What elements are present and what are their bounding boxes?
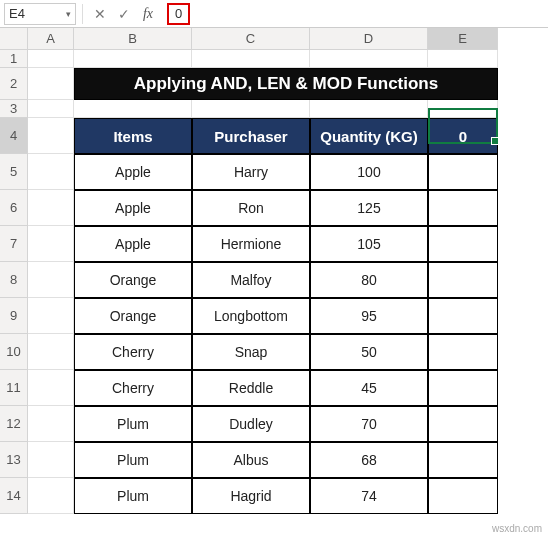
cell-D11[interactable]: 45 bbox=[310, 370, 428, 406]
cell-B13[interactable]: Plum bbox=[74, 442, 192, 478]
cell-B12[interactable]: Plum bbox=[74, 406, 192, 442]
cell-A12[interactable] bbox=[28, 406, 74, 442]
cell-A9[interactable] bbox=[28, 298, 74, 334]
formula-highlight: 0 bbox=[167, 3, 190, 25]
title-text: Applying AND, LEN & MOD Functions bbox=[134, 74, 438, 94]
title-cell[interactable]: Applying AND, LEN & MOD Functions bbox=[74, 68, 498, 100]
row-header-2[interactable]: 2 bbox=[0, 68, 28, 100]
formula-input-wrap[interactable]: 0 bbox=[167, 3, 190, 25]
name-box[interactable]: E4 ▾ bbox=[4, 3, 76, 25]
cell-E7[interactable] bbox=[428, 226, 498, 262]
cell-E8[interactable] bbox=[428, 262, 498, 298]
cell-E12[interactable] bbox=[428, 406, 498, 442]
cell-A2[interactable] bbox=[28, 68, 74, 100]
cell-D6[interactable]: 125 bbox=[310, 190, 428, 226]
cell-A6[interactable] bbox=[28, 190, 74, 226]
cell-D9[interactable]: 95 bbox=[310, 298, 428, 334]
cell-A10[interactable] bbox=[28, 334, 74, 370]
cell-A7[interactable] bbox=[28, 226, 74, 262]
cell-C8[interactable]: Malfoy bbox=[192, 262, 310, 298]
cell-A5[interactable] bbox=[28, 154, 74, 190]
cell-B7[interactable]: Apple bbox=[74, 226, 192, 262]
cell-A11[interactable] bbox=[28, 370, 74, 406]
cell-C7[interactable]: Hermione bbox=[192, 226, 310, 262]
cell-D5[interactable]: 100 bbox=[310, 154, 428, 190]
cell-C5[interactable]: Harry bbox=[192, 154, 310, 190]
cell-C12[interactable]: Dudley bbox=[192, 406, 310, 442]
row-header-8[interactable]: 8 bbox=[0, 262, 28, 298]
cell-E14[interactable] bbox=[428, 478, 498, 514]
cell-C10[interactable]: Snap bbox=[192, 334, 310, 370]
cell-D8[interactable]: 80 bbox=[310, 262, 428, 298]
cell-D14[interactable]: 74 bbox=[310, 478, 428, 514]
cell-value: 68 bbox=[361, 452, 377, 468]
cell-E11[interactable] bbox=[428, 370, 498, 406]
cell-A3[interactable] bbox=[28, 100, 74, 118]
row-header-1[interactable]: 1 bbox=[0, 50, 28, 68]
col-header-D[interactable]: D bbox=[310, 28, 428, 50]
cell-D12[interactable]: 70 bbox=[310, 406, 428, 442]
row-header-13[interactable]: 13 bbox=[0, 442, 28, 478]
cell-B9[interactable]: Orange bbox=[74, 298, 192, 334]
cell-A13[interactable] bbox=[28, 442, 74, 478]
fx-icon[interactable]: fx bbox=[137, 3, 159, 25]
row-header-14[interactable]: 14 bbox=[0, 478, 28, 514]
header-quantity[interactable]: Quantity (KG) bbox=[310, 118, 428, 154]
cell-D1[interactable] bbox=[310, 50, 428, 68]
cell-D3[interactable] bbox=[310, 100, 428, 118]
cell-B8[interactable]: Orange bbox=[74, 262, 192, 298]
cell-E3[interactable] bbox=[428, 100, 498, 118]
cell-E13[interactable] bbox=[428, 442, 498, 478]
row-header-9[interactable]: 9 bbox=[0, 298, 28, 334]
cell-C11[interactable]: Reddle bbox=[192, 370, 310, 406]
cancel-icon[interactable]: ✕ bbox=[89, 3, 111, 25]
cell-E6[interactable] bbox=[428, 190, 498, 226]
cell-B11[interactable]: Cherry bbox=[74, 370, 192, 406]
cell-A4[interactable] bbox=[28, 118, 74, 154]
row-header-6[interactable]: 6 bbox=[0, 190, 28, 226]
cell-C1[interactable] bbox=[192, 50, 310, 68]
cell-B10[interactable]: Cherry bbox=[74, 334, 192, 370]
check-icon[interactable]: ✓ bbox=[113, 3, 135, 25]
cell-C9[interactable]: Longbottom bbox=[192, 298, 310, 334]
row-header-7[interactable]: 7 bbox=[0, 226, 28, 262]
cell-C13[interactable]: Albus bbox=[192, 442, 310, 478]
cell-value: 74 bbox=[361, 488, 377, 504]
cell-B3[interactable] bbox=[74, 100, 192, 118]
chevron-down-icon[interactable]: ▾ bbox=[66, 9, 71, 19]
cell-A8[interactable] bbox=[28, 262, 74, 298]
col-header-E[interactable]: E bbox=[428, 28, 498, 50]
cell-E1[interactable] bbox=[428, 50, 498, 68]
row-header-12[interactable]: 12 bbox=[0, 406, 28, 442]
cell-D7[interactable]: 105 bbox=[310, 226, 428, 262]
row-header-4[interactable]: 4 bbox=[0, 118, 28, 154]
row-header-11[interactable]: 11 bbox=[0, 370, 28, 406]
col-header-C[interactable]: C bbox=[192, 28, 310, 50]
cell-E9[interactable] bbox=[428, 298, 498, 334]
cell-value: 95 bbox=[361, 308, 377, 324]
col-header-A[interactable]: A bbox=[28, 28, 74, 50]
cell-D10[interactable]: 50 bbox=[310, 334, 428, 370]
header-purchaser[interactable]: Purchaser bbox=[192, 118, 310, 154]
row-header-3[interactable]: 3 bbox=[0, 100, 28, 118]
row-header-5[interactable]: 5 bbox=[0, 154, 28, 190]
cell-B1[interactable] bbox=[74, 50, 192, 68]
cell-B5[interactable]: Apple bbox=[74, 154, 192, 190]
cell-value: Apple bbox=[115, 236, 151, 252]
header-items[interactable]: Items bbox=[74, 118, 192, 154]
cell-B6[interactable]: Apple bbox=[74, 190, 192, 226]
cell-A14[interactable] bbox=[28, 478, 74, 514]
cell-A1[interactable] bbox=[28, 50, 74, 68]
cell-D13[interactable]: 68 bbox=[310, 442, 428, 478]
row-header-10[interactable]: 10 bbox=[0, 334, 28, 370]
cell-C14[interactable]: Hagrid bbox=[192, 478, 310, 514]
cell-E10[interactable] bbox=[428, 334, 498, 370]
cell-E4[interactable]: 0 bbox=[428, 118, 498, 154]
cell-C6[interactable]: Ron bbox=[192, 190, 310, 226]
cell-C3[interactable] bbox=[192, 100, 310, 118]
select-all-corner[interactable] bbox=[0, 28, 28, 50]
cell-E5[interactable] bbox=[428, 154, 498, 190]
cell-value: 105 bbox=[357, 236, 380, 252]
col-header-B[interactable]: B bbox=[74, 28, 192, 50]
cell-B14[interactable]: Plum bbox=[74, 478, 192, 514]
